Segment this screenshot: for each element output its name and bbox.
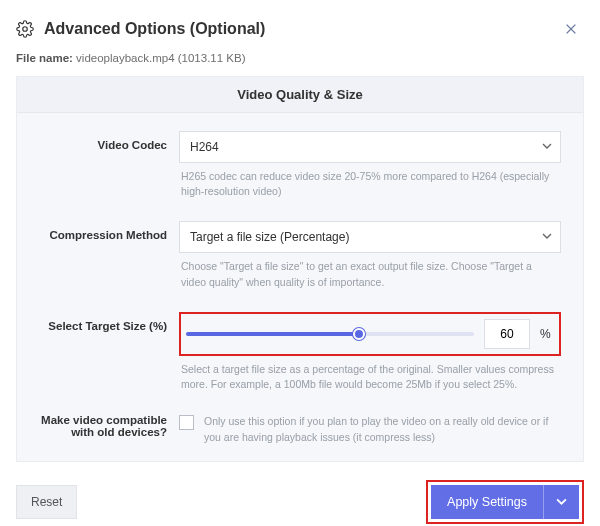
video-codec-select[interactable]: H264 [179, 131, 561, 163]
target-size-input[interactable] [484, 319, 530, 349]
compression-method-value: Target a file size (Percentage) [190, 230, 349, 244]
target-size-highlight: % [179, 312, 561, 356]
video-codec-value: H264 [190, 140, 219, 154]
compat-help: Only use this option if you plan to play… [204, 414, 561, 444]
apply-settings-dropdown[interactable] [543, 485, 579, 519]
close-button[interactable] [558, 16, 584, 42]
file-label: File name: [16, 52, 73, 64]
chevron-down-icon [542, 141, 552, 153]
target-size-unit: % [540, 327, 554, 341]
apply-highlight: Apply Settings [426, 480, 584, 524]
chevron-down-icon [542, 231, 552, 243]
reset-button[interactable]: Reset [16, 485, 77, 519]
quality-size-panel: Video Quality & Size Video Codec H264 H2… [16, 76, 584, 462]
dialog-title: Advanced Options (Optional) [44, 20, 548, 38]
panel-title: Video Quality & Size [17, 77, 583, 113]
compression-help: Choose "Target a file size" to get an ex… [181, 259, 559, 289]
target-size-help: Select a target file size as a percentag… [181, 362, 559, 392]
slider-fill [186, 332, 359, 336]
compat-checkbox[interactable] [179, 415, 194, 430]
compression-method-select[interactable]: Target a file size (Percentage) [179, 221, 561, 253]
codec-help: H265 codec can reduce video size 20-75% … [181, 169, 559, 199]
file-info: File name: videoplayback.mp4 (1013.11 KB… [16, 52, 584, 64]
target-size-slider[interactable] [186, 325, 474, 343]
slider-thumb[interactable] [353, 328, 365, 340]
codec-label: Video Codec [39, 131, 179, 151]
file-name: videoplayback.mp4 (1013.11 KB) [76, 52, 245, 64]
compression-label: Compression Method [39, 221, 179, 241]
svg-point-0 [23, 27, 28, 32]
target-size-label: Select Target Size (%) [39, 312, 179, 332]
compat-label: Make video compatible with old devices? [39, 414, 179, 438]
gear-icon [16, 20, 34, 38]
apply-settings-button[interactable]: Apply Settings [431, 485, 543, 519]
